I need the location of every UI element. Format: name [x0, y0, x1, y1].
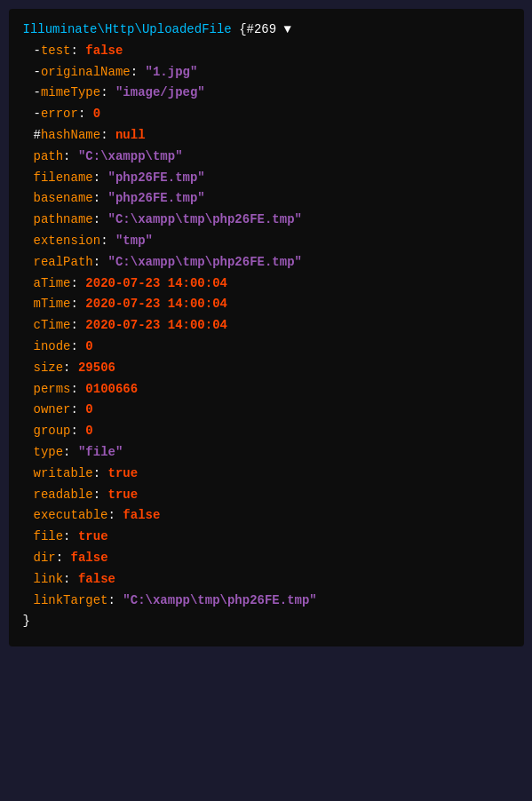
prop-basename: basename: "php26FE.tmp" — [23, 188, 510, 210]
prop-inode: inode: 0 — [23, 337, 510, 358]
prop-realpath: realPath: "C:\xampp\tmp\php26FE.tmp" — [23, 252, 510, 274]
prop-pathname: pathname: "C:\xampp\tmp\php26FE.tmp" — [23, 210, 510, 231]
prop-error: -error: 0 — [23, 104, 510, 125]
prop-linktarget: linkTarget: "C:\xampp\tmp\php26FE.tmp" — [23, 591, 510, 612]
prop-dir: dir: false — [23, 548, 510, 569]
prop-group: group: 0 — [23, 421, 510, 442]
closing-brace: } — [23, 611, 510, 632]
prop-ctime: cTime: 2020-07-23 14:00:04 — [23, 315, 510, 337]
prop-file: file: true — [23, 527, 510, 548]
prop-path: path: "C:\xampp\tmp" — [23, 147, 510, 168]
prop-originalname: -originalName: "1.jpg" — [23, 62, 510, 83]
prop-type: type: "file" — [23, 442, 510, 464]
prop-filename: filename: "php26FE.tmp" — [23, 168, 510, 189]
prop-readable: readable: true — [23, 485, 510, 506]
prop-test: -test: false — [23, 41, 510, 62]
prop-perms: perms: 0100666 — [23, 379, 510, 400]
prop-atime: aTime: 2020-07-23 14:00:04 — [23, 274, 510, 295]
prop-hashname: #hashName: null — [23, 125, 510, 147]
prop-link: link: false — [23, 569, 510, 591]
prop-size: size: 29506 — [23, 358, 510, 379]
prop-executable: executable: false — [23, 505, 510, 527]
debug-output: Illuminate\Http\UploadedFile {#269 ▼ -te… — [9, 9, 524, 646]
prop-mimetype: -mimeType: "image/jpeg" — [23, 83, 510, 104]
class-name: Illuminate\Http\UploadedFile — [23, 22, 232, 36]
prop-owner: owner: 0 — [23, 400, 510, 421]
prop-mtime: mTime: 2020-07-23 14:00:04 — [23, 294, 510, 315]
prop-extension: extension: "tmp" — [23, 231, 510, 252]
class-header-line: Illuminate\Http\UploadedFile {#269 ▼ — [23, 20, 510, 41]
prop-writable: writable: true — [23, 464, 510, 485]
